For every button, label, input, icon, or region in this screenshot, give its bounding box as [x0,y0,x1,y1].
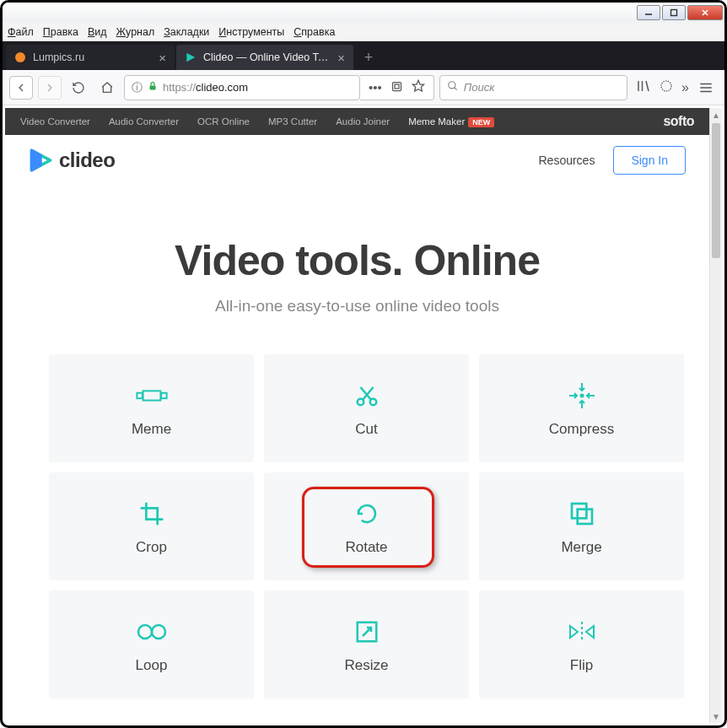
browser-tab[interactable]: Lumpics.ru × [6,45,175,70]
flip-icon [568,615,596,649]
svg-marker-41 [586,626,594,638]
scrollbar[interactable]: ▲ ▼ [709,108,722,723]
svg-marker-5 [186,53,195,62]
softo-link-meme[interactable]: Meme MakerNEW [408,116,494,127]
svg-point-15 [661,81,671,91]
nav-back-button[interactable] [9,76,33,100]
tool-card-compress[interactable]: Compress [479,354,684,462]
clideo-brand-text: clideo [59,148,115,172]
resize-icon [354,615,380,649]
tool-card-flip[interactable]: Flip [479,590,684,698]
tool-card-merge[interactable]: Merge [479,472,684,580]
favicon-icon [185,51,197,63]
bookmark-star-icon[interactable] [412,79,425,95]
tool-label: Merge [561,539,601,556]
tool-card-loop[interactable]: Loop [49,590,254,698]
app-menu-button[interactable] [694,76,718,100]
svg-marker-9 [412,80,423,91]
tool-label: Loop [136,657,168,674]
clideo-logo[interactable]: clideo [29,148,115,172]
page-actions-icon[interactable]: ••• [369,80,382,94]
svg-line-27 [360,387,371,400]
svg-rect-33 [572,504,586,518]
svg-rect-23 [161,393,166,398]
lock-icon [148,81,158,94]
page-content: Video Converter Audio Converter OCR Onli… [5,108,709,723]
svg-point-32 [580,395,583,397]
site-header: clideo Resources Sign In [5,135,709,186]
scroll-down-button[interactable]: ▼ [710,709,722,723]
svg-line-14 [646,81,649,91]
softo-link[interactable]: Video Converter [20,116,90,127]
svg-line-38 [363,628,371,636]
softo-bar: Video Converter Audio Converter OCR Onli… [5,108,709,135]
tool-label: Cut [355,421,377,438]
scroll-up-button[interactable]: ▲ [710,108,722,121]
menu-help[interactable]: Справка [293,26,335,38]
svg-line-26 [363,387,374,400]
softo-logo[interactable]: softo [663,114,694,129]
search-box[interactable]: Поиск [439,75,627,100]
loop-icon [136,615,168,649]
window-close-button[interactable] [687,5,723,20]
toolbar-right-icons: » [636,78,689,97]
browser-tab[interactable]: Clideo — Online Video Tools × [176,45,353,70]
svg-marker-20 [32,150,41,170]
tab-title: Clideo — Online Video Tools [203,51,332,63]
menu-history[interactable]: Журнал [116,26,155,38]
tool-label: Crop [136,539,167,556]
browser-tabbar: Lumpics.ru × Clideo — Online Video Tools… [3,41,724,70]
softo-link[interactable]: OCR Online [197,116,250,127]
crop-icon [138,497,165,531]
window-maximize-button[interactable] [662,5,686,20]
url-actions: ••• [360,75,434,100]
softo-link[interactable]: Audio Joiner [336,116,390,127]
window-titlebar [3,3,724,23]
tool-card-crop[interactable]: Crop [49,472,254,580]
extension-icon[interactable] [660,79,673,96]
svg-line-11 [455,88,457,90]
softo-link[interactable]: Audio Converter [109,116,179,127]
tool-label: Compress [549,421,614,438]
menu-edit[interactable]: Правка [43,26,78,38]
address-bar[interactable]: ⓘ https://clideo.com [124,75,360,100]
nav-home-button[interactable] [95,76,119,100]
signin-button[interactable]: Sign In [613,146,686,175]
tab-close-button[interactable]: × [159,51,166,65]
site-info-icon[interactable]: ⓘ [132,80,143,95]
softo-link[interactable]: MP3 Cutter [268,116,317,127]
svg-point-36 [152,625,165,639]
tool-label: Meme [132,421,171,438]
library-icon[interactable] [636,78,651,97]
menu-tools[interactable]: Инструменты [218,26,284,38]
url-prefix: https:// [163,81,196,94]
tool-label: Resize [345,657,389,674]
svg-rect-8 [395,84,399,89]
tool-card-rotate[interactable]: Rotate [264,472,469,580]
tool-grid: Meme Cut Compress Crop Rotate [5,349,709,704]
menu-file[interactable]: Файл [8,26,34,38]
tool-card-meme[interactable]: Meme [49,354,254,462]
compress-icon [568,379,596,413]
scroll-thumb[interactable] [712,123,720,258]
svg-point-4 [15,52,25,62]
resources-link[interactable]: Resources [538,154,595,167]
new-badge: NEW [468,117,494,127]
cut-icon [354,379,380,413]
tool-card-cut[interactable]: Cut [264,354,469,462]
nav-forward-button[interactable] [38,76,62,100]
tab-close-button[interactable]: × [337,51,345,65]
new-tab-button[interactable]: + [358,47,379,67]
reader-mode-icon[interactable] [390,80,403,95]
svg-rect-1 [671,10,677,16]
menu-view[interactable]: Вид [88,26,107,38]
menu-bookmarks[interactable]: Закладки [164,26,209,38]
hero: Video tools. Online All-in-one easy-to-u… [5,186,709,349]
overflow-icon[interactable]: » [681,80,689,95]
tool-card-resize[interactable]: Resize [264,590,469,698]
nav-reload-button[interactable] [67,76,90,100]
svg-rect-22 [137,393,142,398]
search-icon [447,80,459,94]
play-icon [29,148,52,172]
window-minimize-button[interactable] [637,5,660,20]
